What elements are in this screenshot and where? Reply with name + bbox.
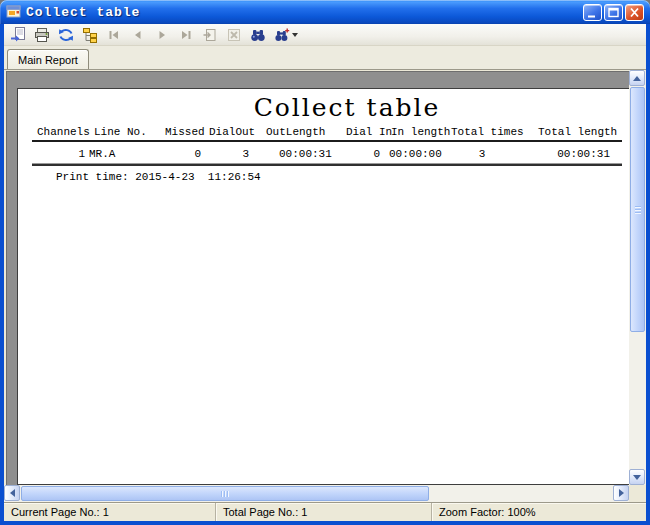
maximize-button[interactable] [604,4,623,21]
scroll-down-button[interactable] [629,469,645,485]
close-button[interactable] [625,4,644,21]
status-zoom-factor: Zoom Factor: 100% [432,503,646,521]
last-page-button[interactable] [175,25,197,45]
minimize-icon [585,6,600,19]
goto-page-icon [202,27,218,43]
title-bar[interactable]: Collect table [0,0,650,24]
cell-in-length: 00:00:00 [389,148,442,160]
scroll-left-button[interactable] [4,485,20,501]
window-controls [583,4,644,21]
toggle-group-tree-button[interactable] [79,25,101,45]
cell-channels: 1 [37,148,85,160]
toolbar [4,24,646,46]
column-header-total-length: Total length [538,126,617,138]
status-current-page: Current Page No.: 1 [4,503,216,521]
print-button[interactable] [31,25,53,45]
arrow-up-icon [633,76,641,81]
zoom-binoculars-icon [274,27,290,43]
previous-page-button[interactable] [127,25,149,45]
goto-page-button[interactable] [199,25,221,45]
cell-total-length: 00:00:31 [536,148,610,160]
cell-line-no: MR.A [89,148,115,160]
cell-dialout: 3 [209,148,249,160]
report-viewer: Collect table Channels Line No. Missed D… [4,69,646,502]
export-icon [10,27,26,43]
column-header-channels: Channels [37,126,90,138]
tab-label: Main Report [18,54,78,66]
scroll-right-button[interactable] [613,485,629,501]
thumb-grip [635,206,641,214]
arrow-left-icon [10,489,15,497]
next-page-icon [154,27,170,43]
scrollbar-corner [629,485,646,502]
last-page-icon [178,27,194,43]
scroll-up-button[interactable] [629,70,645,86]
column-header-total-times: Total times [451,126,524,138]
report-page: Collect table Channels Line No. Missed D… [17,88,629,485]
zoom-dropdown-caret-icon [292,33,298,37]
column-header-line-no: Line No. [94,126,147,138]
vertical-scrollbar[interactable] [629,70,646,485]
arrow-down-icon [633,475,641,480]
export-button[interactable] [7,25,29,45]
cell-outlength: 00:00:31 [279,148,332,160]
next-page-button[interactable] [151,25,173,45]
first-page-button[interactable] [103,25,125,45]
footer-rule [32,163,622,166]
zoom-button[interactable] [271,25,301,45]
search-binoculars-icon [250,27,266,43]
cancel-button[interactable] [223,25,245,45]
refresh-button[interactable] [55,25,77,45]
column-header-dial-in: Dial In [346,126,392,138]
header-rule [32,140,622,142]
vertical-scroll-thumb[interactable] [630,87,645,332]
column-header-dialout: DialOut [209,126,255,138]
previous-page-icon [130,27,146,43]
cell-missed: 0 [165,148,201,160]
column-header-outlength: OutLength [266,126,325,138]
thumb-grip [221,491,229,497]
print-icon [34,27,50,43]
horizontal-scroll-thumb[interactable] [21,486,429,501]
app-icon [6,4,22,20]
cell-dial-in: 0 [346,148,380,160]
report-canvas: Collect table Channels Line No. Missed D… [6,71,629,485]
print-time: Print time: 2015-4-23 11:26:54 [56,171,261,183]
column-header-missed: Missed [165,126,205,138]
column-header-in-length: In length [391,126,450,138]
cell-total-times: 3 [451,148,513,160]
refresh-icon [58,27,74,43]
tab-main-report[interactable]: Main Report [7,49,89,69]
arrow-right-icon [619,489,624,497]
tab-strip: Main Report [4,46,646,69]
app-window: Collect table [0,0,650,525]
cancel-icon [226,27,242,43]
status-total-page: Total Page No.: 1 [216,503,432,521]
close-icon [627,6,642,19]
report-title: Collect table [18,93,629,122]
maximize-icon [606,6,621,19]
status-bar: Current Page No.: 1 Total Page No.: 1 Zo… [4,502,646,521]
search-button[interactable] [247,25,269,45]
window-frame: Main Report Collect table Channels Line … [0,24,650,525]
minimize-button[interactable] [583,4,602,21]
window-title: Collect table [26,5,583,20]
group-tree-icon [82,27,98,43]
first-page-icon [106,27,122,43]
horizontal-scrollbar[interactable] [4,485,629,502]
